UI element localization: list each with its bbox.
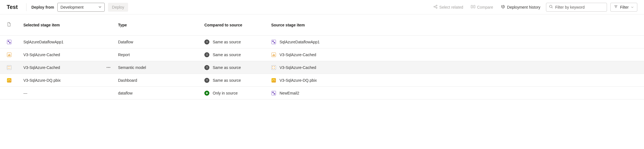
equals-icon [204,78,209,83]
item-type: Report [118,53,204,57]
toolbar: Test Deploy from Development Deploy Sele… [0,0,644,14]
source-item-name: V3-SqlAzure-DQ.pbix [280,78,317,83]
table-row[interactable]: SqlAzureDataflowApp1DataflowSame as sour… [0,36,644,48]
compared-label: Same as source [213,78,241,83]
none-icon [7,91,12,96]
item-name: V3-SqlAzure-DQ.pbix [23,78,61,83]
col-source-item[interactable]: Source stage item [271,23,360,27]
deploy-from-label: Deploy from [31,5,54,9]
report-icon [271,52,276,57]
history-icon [501,4,505,10]
source-item-name: V3-SqlAzure-Cached [280,53,316,57]
equals-icon [204,39,209,44]
col-type[interactable]: Type [118,23,204,27]
semantic-icon [7,65,12,70]
compared-cell: Same as source [204,52,271,57]
divider [26,3,26,11]
item-name: V3-SqlAzure-Cached [23,53,60,57]
item-name-cell: V3-SqlAzure-Cached [23,53,118,57]
search-icon [549,5,553,9]
svg-point-2 [436,7,437,8]
compare-label: Compare [477,5,493,9]
source-item-name: V3-SqlAzure-Cached [280,65,316,70]
semantic-icon [271,65,276,70]
items-table: Selected stage item Type Compared to sou… [0,14,644,100]
dashboard-icon [7,78,12,83]
svg-point-5 [550,5,552,8]
item-type: Semantic model [118,65,204,70]
compared-label: Same as source [213,53,241,57]
dataflow-icon [7,39,12,44]
dataflow-icon [271,91,276,96]
deploy-button[interactable]: Deploy [108,3,128,12]
col-selected-item[interactable]: Selected stage item [23,23,118,27]
dataflow-icon [271,39,276,44]
more-options-icon[interactable] [106,66,111,69]
stage-select-value: Development [60,5,84,9]
source-cell: V3-SqlAzure-DQ.pbix [271,78,360,83]
table-row[interactable]: V3-SqlAzure-DQ.pbixDashboardSame as sour… [0,74,644,87]
deployment-history-label: Deployment history [507,5,540,9]
filter-icon [614,5,618,9]
svg-point-0 [434,6,435,7]
chevron-down-icon [631,5,634,9]
source-cell: V3-SqlAzure-Cached [271,65,360,70]
table-row[interactable]: V3-SqlAzure-CachedReportSame as sourceV3… [0,48,644,61]
source-cell: V3-SqlAzure-Cached [271,52,360,57]
source-cell: SqlAzureDataflowApp1 [271,39,360,44]
item-type: Dashboard [118,78,204,83]
stage-select[interactable]: Development [57,3,105,12]
col-compared[interactable]: Compared to source [204,23,271,27]
compared-label: Only in source [213,91,237,95]
compared-cell: Same as source [204,39,271,44]
equals-icon [204,52,209,57]
item-name: V3-SqlAzure-Cached [23,65,60,70]
svg-rect-4 [474,5,475,8]
dashboard-icon [271,78,276,83]
compared-cell: Only in source [204,91,271,96]
item-name-cell: V3-SqlAzure-Cached [23,65,118,70]
compared-label: Same as source [213,65,241,70]
compared-cell: Same as source [204,65,271,70]
item-type: Dataflow [118,40,204,44]
file-icon [7,22,23,28]
plus-icon [204,91,209,96]
item-name: — [23,91,28,95]
svg-point-1 [436,5,437,6]
report-icon [7,52,12,57]
share-icon [433,4,438,10]
table-row[interactable]: V3-SqlAzure-CachedSemantic modelSame as … [0,61,644,74]
search-box[interactable] [546,3,607,12]
filter-label: Filter [620,5,629,9]
deployment-history-action[interactable]: Deployment history [499,3,543,11]
source-item-name: NewEmail2 [280,91,299,95]
table-header: Selected stage item Type Compared to sou… [0,14,644,36]
item-type: dataflow [118,91,204,95]
compared-cell: Same as source [204,78,271,83]
item-name-cell: SqlAzureDataflowApp1 [23,40,118,44]
item-name: SqlAzureDataflowApp1 [23,40,63,44]
chevron-down-icon [98,5,102,9]
select-related-action: Select related [431,3,466,11]
compared-label: Same as source [213,40,241,44]
compare-icon [471,4,475,10]
search-input[interactable] [555,5,604,9]
filter-button[interactable]: Filter [610,3,637,12]
page-title: Test [7,4,23,10]
svg-rect-3 [471,5,472,8]
select-related-label: Select related [439,5,463,9]
equals-icon [204,65,209,70]
source-item-name: SqlAzureDataflowApp1 [280,40,320,44]
source-cell: NewEmail2 [271,91,360,96]
item-name-cell: — [23,91,118,95]
table-row[interactable]: —dataflowOnly in sourceNewEmail2 [0,87,644,100]
compare-action: Compare [469,3,495,11]
table-body: SqlAzureDataflowApp1DataflowSame as sour… [0,36,644,100]
item-name-cell: V3-SqlAzure-DQ.pbix [23,78,118,83]
